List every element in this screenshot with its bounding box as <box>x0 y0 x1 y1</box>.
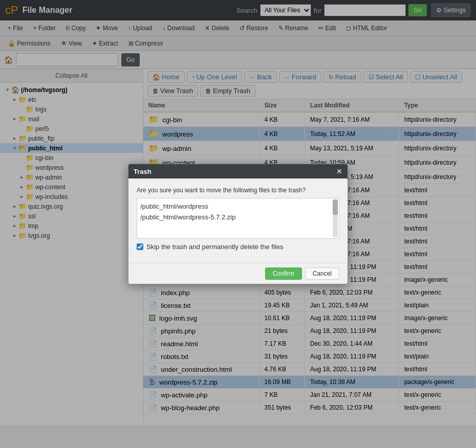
modal-scrollbar[interactable] <box>333 199 338 237</box>
skip-trash-checkbox[interactable] <box>137 243 143 250</box>
cancel-button[interactable]: Cancel <box>305 267 339 280</box>
modal-close-button[interactable]: ✕ <box>336 167 342 175</box>
modal-footer: Confirm Cancel <box>128 263 348 284</box>
skip-trash-label: Skip the trash and permanently delete th… <box>146 243 283 251</box>
trash-modal: Trash ✕ Are you sure you want to move th… <box>128 164 348 284</box>
modal-title: Trash <box>134 168 152 175</box>
modal-scrollbar-handle[interactable] <box>333 199 338 215</box>
modal-file-list: /public_html/wordpress /public_html/word… <box>137 198 339 239</box>
modal-file1: /public_html/wordpress <box>140 201 336 212</box>
modal-overlay: Trash ✕ Are you sure you want to move th… <box>0 0 476 448</box>
confirm-button[interactable]: Confirm <box>265 267 302 280</box>
modal-question: Are you sure you want to move the follow… <box>137 186 339 195</box>
modal-checkbox-area: Skip the trash and permanently delete th… <box>137 243 339 251</box>
modal-file2: /public_html/wordpress-5.7.2.zip <box>140 212 336 223</box>
modal-body: Are you sure you want to move the follow… <box>128 178 348 263</box>
modal-header: Trash ✕ <box>128 164 348 178</box>
modal-file-list-inner: /public_html/wordpress /public_html/word… <box>140 201 336 223</box>
